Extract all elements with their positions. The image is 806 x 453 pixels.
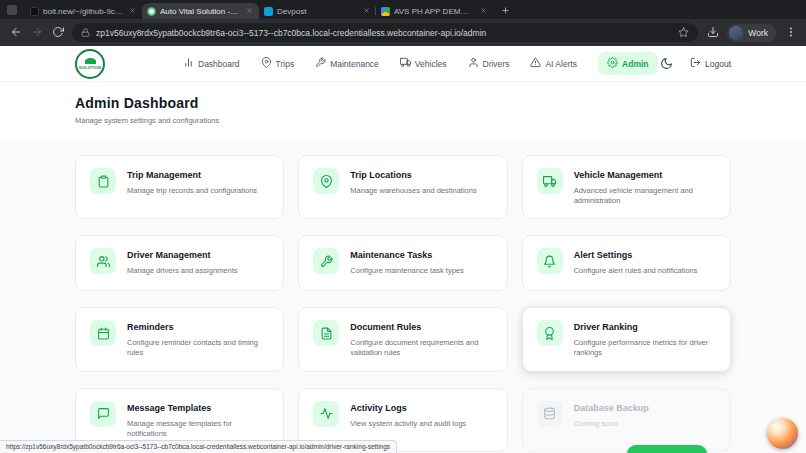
truck-icon bbox=[400, 57, 411, 70]
nav-item-label: Trips bbox=[276, 59, 295, 69]
nav-items: Dashboard Trips Maintenance Vehicles bbox=[183, 52, 658, 75]
nav-item-dashboard[interactable]: Dashboard bbox=[183, 57, 240, 70]
nav-item-label: Admin bbox=[622, 59, 648, 69]
bolt-favicon-icon bbox=[30, 7, 39, 16]
logo-text: SOLUTION bbox=[79, 65, 101, 70]
browser-menu-icon[interactable] bbox=[784, 26, 797, 39]
bar-chart-icon bbox=[183, 57, 194, 70]
card-description: Coming soon bbox=[574, 419, 649, 429]
browser-tab-avs-demo-clips[interactable]: AVS PH APP DEMO CLIPS - Go... bbox=[376, 3, 493, 19]
card-document-rules[interactable]: Document Rules Configure document requir… bbox=[298, 307, 507, 371]
card-description: Manage message templates for notificatio… bbox=[127, 419, 269, 439]
browser-window: bolt.new/~/github-9cqfh1v7 Auto Vital So… bbox=[0, 0, 806, 453]
reload-icon[interactable] bbox=[51, 26, 64, 39]
new-tab-button[interactable] bbox=[498, 3, 512, 17]
logout-button[interactable]: Logout bbox=[690, 57, 731, 70]
card-description: Manage trip records and configurations bbox=[127, 186, 257, 196]
map-pin-icon bbox=[261, 57, 272, 70]
card-driver-ranking[interactable]: Driver Ranking Configure performance met… bbox=[522, 307, 731, 371]
card-title: Trip Management bbox=[127, 168, 257, 180]
card-driver-management[interactable]: Driver Management Manage drivers and ass… bbox=[75, 235, 284, 291]
card-trip-management[interactable]: Trip Management Manage trip records and … bbox=[75, 155, 284, 219]
bell-icon bbox=[537, 248, 563, 274]
card-vehicle-management[interactable]: Vehicle Management Advanced vehicle mana… bbox=[522, 155, 731, 219]
avatar bbox=[729, 26, 743, 40]
tab-title: AVS PH APP DEMO CLIPS - Go... bbox=[394, 7, 474, 16]
calendar-icon bbox=[90, 320, 116, 346]
card-title: Maintenance Tasks bbox=[350, 248, 463, 260]
truck-icon bbox=[537, 168, 563, 194]
lock-icon[interactable] bbox=[81, 28, 90, 37]
address-bar[interactable]: zp1v56uxy8rdx5ypatb0ockcb9tr6a-oci3--517… bbox=[72, 23, 698, 42]
tab-close-icon[interactable] bbox=[127, 6, 137, 16]
clipboard-icon bbox=[90, 168, 116, 194]
nav-item-label: Maintenance bbox=[330, 59, 379, 69]
card-description: Configure alert rules and notifications bbox=[574, 266, 698, 276]
tab-close-icon[interactable] bbox=[244, 6, 254, 16]
back-icon[interactable] bbox=[9, 26, 22, 39]
logout-label: Logout bbox=[705, 59, 731, 69]
browser-tab-auto-vital-solution[interactable]: Auto Vital Solution - Intelligent bbox=[142, 3, 259, 19]
nav-item-label: Dashboard bbox=[198, 59, 240, 69]
tab-close-icon[interactable] bbox=[478, 6, 488, 16]
moon-icon[interactable] bbox=[660, 57, 673, 70]
tab-close-icon[interactable] bbox=[361, 6, 371, 16]
card-trip-locations[interactable]: Trip Locations Manage warehouses and des… bbox=[298, 155, 507, 219]
card-title: Vehicle Management bbox=[574, 168, 716, 180]
status-link-preview: https://zp1v56uxy8rdx5ypatb0ockcb9tr6a-o… bbox=[0, 440, 397, 453]
url-text: zp1v56uxy8rdx5ypatb0ockcb9tr6a-oci3--517… bbox=[96, 28, 672, 38]
file-text-icon bbox=[313, 320, 339, 346]
window-icon bbox=[7, 5, 17, 15]
card-description: Configure reminder contacts and timing r… bbox=[127, 338, 269, 358]
card-title: Driver Management bbox=[127, 248, 237, 260]
card-description: Configure document requirements and vali… bbox=[350, 338, 492, 358]
nav-item-label: AI Alerts bbox=[545, 59, 577, 69]
devpost-favicon-icon bbox=[264, 7, 273, 16]
web-page: SOLUTION Dashboard Trips Maintenance bbox=[0, 46, 806, 453]
download-icon[interactable] bbox=[706, 26, 719, 39]
tab-title: Auto Vital Solution - Intelligent bbox=[160, 7, 240, 16]
card-title: Trip Locations bbox=[350, 168, 476, 180]
bolt-badge[interactable] bbox=[767, 418, 798, 449]
nav-item-ai-alerts[interactable]: AI Alerts bbox=[530, 57, 577, 70]
wrench-icon bbox=[315, 57, 326, 70]
card-alert-settings[interactable]: Alert Settings Configure alert rules and… bbox=[522, 235, 731, 291]
card-title: Message Templates bbox=[127, 401, 269, 413]
card-title: Driver Ranking bbox=[574, 320, 716, 332]
profile-label: Work bbox=[748, 28, 768, 38]
site-logo[interactable]: SOLUTION bbox=[75, 49, 105, 79]
site-nav: SOLUTION Dashboard Trips Maintenance bbox=[0, 46, 806, 82]
browser-tab-bolt[interactable]: bolt.new/~/github-9cqfh1v7 bbox=[25, 3, 142, 19]
card-description: Manage drivers and assignments bbox=[127, 266, 237, 276]
forward-icon[interactable] bbox=[30, 26, 43, 39]
card-description: Configure maintenance task types bbox=[350, 266, 463, 276]
nav-item-admin[interactable]: Admin bbox=[598, 52, 657, 75]
browser-tab-devpost[interactable]: Devpost bbox=[259, 3, 376, 19]
user-icon bbox=[468, 57, 479, 70]
card-title: Reminders bbox=[127, 320, 269, 332]
wrench-icon bbox=[313, 248, 339, 274]
award-icon bbox=[537, 320, 563, 346]
card-title: Activity Logs bbox=[350, 401, 466, 413]
card-title: Document Rules bbox=[350, 320, 492, 332]
card-description: Manage warehouses and destinations bbox=[350, 186, 476, 196]
floating-action-button[interactable] bbox=[627, 445, 707, 453]
page-header: Admin Dashboard Manage system settings a… bbox=[0, 82, 806, 140]
activity-icon bbox=[313, 401, 339, 427]
card-description: Configure performance metrics for driver… bbox=[574, 338, 716, 358]
card-reminders[interactable]: Reminders Configure reminder contacts an… bbox=[75, 307, 284, 371]
card-maintenance-tasks[interactable]: Maintenance Tasks Configure maintenance … bbox=[298, 235, 507, 291]
alert-triangle-icon bbox=[530, 57, 541, 70]
tab-title: bolt.new/~/github-9cqfh1v7 bbox=[43, 7, 123, 16]
avs-favicon-icon bbox=[147, 7, 156, 16]
nav-item-drivers[interactable]: Drivers bbox=[468, 57, 510, 70]
nav-item-label: Vehicles bbox=[415, 59, 447, 69]
database-icon bbox=[537, 401, 563, 427]
bookmark-star-icon[interactable] bbox=[678, 27, 689, 38]
nav-item-trips[interactable]: Trips bbox=[261, 57, 295, 70]
nav-item-maintenance[interactable]: Maintenance bbox=[315, 57, 379, 70]
page-subtitle: Manage system settings and configuration… bbox=[75, 116, 731, 125]
gear-icon bbox=[607, 57, 618, 70]
profile-chip[interactable]: Work bbox=[727, 24, 776, 42]
nav-item-vehicles[interactable]: Vehicles bbox=[400, 57, 447, 70]
